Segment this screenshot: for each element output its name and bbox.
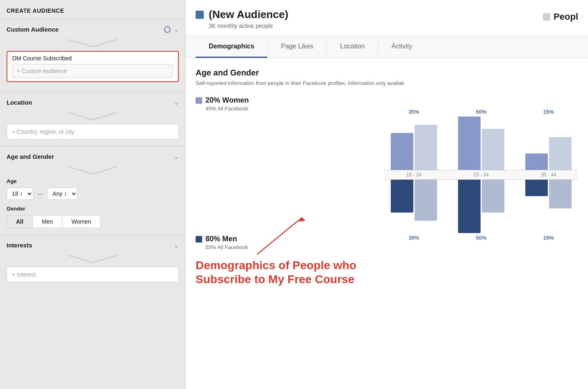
interests-chevron-icon: ⌄ — [174, 242, 179, 249]
bar-women-25-34 — [458, 117, 481, 170]
age-gender-body: Age 18 ↕ — Any ↕ Gender All Men Women — [0, 175, 185, 235]
gender-all-btn[interactable]: All — [7, 215, 33, 228]
age-dash: — — [37, 190, 43, 197]
audience-header: (New Audience) 3K monthly active people … — [186, 0, 588, 36]
tab-activity[interactable]: Activity — [378, 36, 426, 58]
bar-group-25-34-men: 50% — [451, 180, 511, 241]
custom-audience-header[interactable]: Custom Audience ⌄ — [0, 19, 185, 39]
men-35-44-label: 15% — [543, 235, 554, 241]
women-35-44-label: 15% — [543, 109, 554, 115]
audience-header-right: Peopl — [543, 8, 578, 22]
age-gender-label: Age and Gender — [7, 153, 54, 160]
bar-group-35-44-men: 15% — [519, 180, 578, 241]
women-all-fb-label: 45% All Facebook — [205, 105, 368, 112]
bar-women-25-34-bg — [482, 129, 504, 170]
full-chart: 20% Women 45% All Facebook 80% Men 55% A… — [196, 96, 578, 286]
v-connector-location — [0, 112, 185, 121]
location-label: Location — [7, 99, 32, 106]
bar-men-35-44 — [525, 180, 548, 196]
create-audience-title: CREATE AUDIENCE — [0, 0, 185, 19]
location-section: Location ⌄ + Country, region, or city — [0, 92, 185, 146]
age-from-select[interactable]: 18 ↕ — [7, 188, 33, 200]
bar-men-18-24-bg — [415, 180, 437, 221]
age-gender-desc: Self-reported information from people in… — [196, 80, 578, 86]
women-25-34-bars — [451, 117, 511, 170]
gender-field-label: Gender — [7, 206, 179, 212]
people-label: Peopl — [554, 11, 578, 22]
bar-group-18-24-men: 30% — [384, 180, 443, 241]
age-gender-icons: ⌄ — [174, 153, 179, 160]
age-field-label: Age — [7, 178, 179, 184]
interests-header[interactable]: Interests ⌄ — [0, 235, 185, 255]
custom-audience-section: Custom Audience ⌄ DM Course Subscribed +… — [0, 19, 185, 92]
gender-men-btn[interactable]: Men — [33, 215, 62, 228]
custom-audience-body: DM Course Subscribed + Custom Audience — [0, 48, 185, 92]
men-bars-row: 30% 50% — [384, 180, 578, 254]
annotation-container: Demographics of People who Subscribe to … — [196, 259, 368, 286]
women-legend-title-row: 20% Women — [196, 96, 368, 105]
v-connector-age — [0, 167, 185, 175]
age-gender-chevron-icon: ⌄ — [174, 153, 179, 160]
age-gender-section: Age and Gender ⌄ Age 18 ↕ — Any ↕ Gender — [0, 146, 185, 235]
location-chevron-icon: ⌄ — [174, 99, 179, 106]
audience-header-left: (New Audience) 3K monthly active people — [196, 8, 288, 36]
tab-location[interactable]: Location — [327, 36, 378, 58]
custom-audience-label: Custom Audience — [7, 26, 59, 33]
people-color-box — [543, 13, 550, 21]
age-label-18-24: 18 - 24 — [384, 170, 443, 179]
annotation-text: Demographics of People who Subscribe to … — [196, 259, 368, 286]
chart-bars-area: 35% 50% — [384, 96, 578, 286]
age-controls: 18 ↕ — Any ↕ — [7, 188, 179, 200]
location-icons: ⌄ — [174, 99, 179, 106]
women-18-24-bars — [384, 117, 443, 170]
men-18-24-label: 30% — [408, 235, 419, 241]
men-18-24-bars — [384, 180, 443, 233]
tab-demographics[interactable]: Demographics — [196, 36, 267, 58]
main-content: (New Audience) 3K monthly active people … — [186, 0, 588, 389]
sidebar: CREATE AUDIENCE Custom Audience ⌄ DM Cou… — [0, 0, 186, 389]
location-input[interactable]: + Country, region, or city — [7, 124, 179, 140]
location-header[interactable]: Location ⌄ — [0, 92, 185, 112]
audience-title-row: (New Audience) — [196, 8, 288, 21]
interest-input[interactable]: + Interest — [7, 267, 179, 282]
audience-color-box — [196, 11, 204, 19]
tab-page-likes[interactable]: Page Likes — [268, 36, 326, 58]
v-connector-custom — [0, 39, 185, 48]
custom-audience-chevron-icon: ⌄ — [174, 26, 179, 33]
gender-women-btn[interactable]: Women — [62, 215, 100, 228]
age-to-select[interactable]: Any ↕ — [47, 188, 77, 200]
interests-section: Interests ⌄ + Interest — [0, 235, 185, 289]
audience-tag-text: DM Course Subscribed — [12, 55, 173, 62]
men-35-44-bars — [519, 180, 578, 233]
audience-title: (New Audience) — [209, 8, 288, 21]
audience-tag: DM Course Subscribed + Custom Audience — [7, 51, 179, 82]
women-percent-label: 20% Women — [205, 96, 249, 105]
age-label-35-44: 35 - 44 — [519, 170, 578, 179]
bar-women-35-44 — [525, 153, 548, 170]
men-percent-label: 80% Men — [205, 235, 237, 243]
age-label-25-34: 25 - 34 — [451, 170, 511, 179]
interests-body: + Interest — [0, 263, 185, 289]
v-connector-interests — [0, 255, 185, 263]
bar-men-35-44-bg — [549, 180, 572, 208]
bar-group-35-44-women: 15% — [519, 109, 578, 170]
add-audience-input[interactable]: + Custom Audience — [12, 64, 173, 78]
interests-label: Interests — [7, 242, 32, 249]
age-gender-heading: Age and Gender — [196, 68, 578, 78]
women-18-24-label: 35% — [408, 109, 419, 115]
custom-audience-circle-icon — [164, 26, 171, 33]
location-body: + Country, region, or city — [0, 121, 185, 146]
women-color-box — [196, 97, 202, 104]
gender-buttons: All Men Women — [7, 215, 100, 228]
bar-group-18-24-women: 35% — [384, 109, 443, 170]
women-legend-item: 20% Women 45% All Facebook — [196, 96, 368, 112]
men-color-box — [196, 236, 202, 243]
bar-group-25-34-women: 50% — [451, 109, 511, 170]
chart-legend: 20% Women 45% All Facebook 80% Men 55% A… — [196, 96, 368, 286]
age-gender-header[interactable]: Age and Gender ⌄ — [0, 146, 185, 167]
bar-women-35-44-bg — [549, 137, 572, 170]
women-25-34-label: 50% — [476, 109, 486, 115]
annotation-arrow — [249, 209, 315, 259]
interests-icons: ⌄ — [174, 242, 179, 249]
bar-women-18-24 — [391, 133, 413, 170]
